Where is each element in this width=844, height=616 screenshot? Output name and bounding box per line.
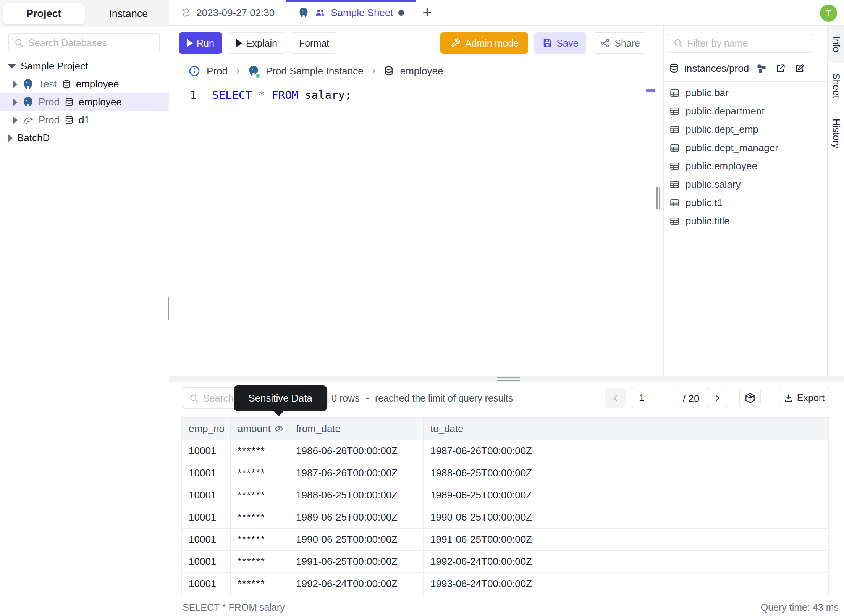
table-filter-input[interactable]	[687, 38, 808, 49]
cell[interactable]: 10001	[182, 506, 231, 529]
cell[interactable]: 10001	[182, 440, 231, 462]
cell[interactable]: 1990-06-25T00:00:00Z	[424, 506, 558, 529]
cell-masked[interactable]: ******	[231, 506, 289, 529]
caret-down-icon[interactable]	[8, 64, 16, 69]
format-button[interactable]: Format	[291, 32, 337, 54]
tree-node-project[interactable]: Sample Project	[0, 57, 169, 75]
explain-button[interactable]: Explain	[228, 32, 285, 54]
cell[interactable]: 1989-06-25T00:00:00Z	[424, 484, 558, 506]
sheet-tab-unsaved[interactable]: 2023-09-27 02:30	[169, 0, 286, 25]
tab-project[interactable]: Project	[3, 3, 85, 24]
column-header[interactable]: from_date	[289, 418, 424, 440]
cell[interactable]: 1988-06-25T00:00:00Z	[424, 462, 558, 484]
next-page-button[interactable]	[707, 388, 727, 408]
cell[interactable]: 10001	[182, 551, 231, 573]
caret-right-icon[interactable]	[13, 98, 18, 106]
results-resize-gutter[interactable]	[169, 376, 844, 382]
caret-right-icon[interactable]	[13, 116, 18, 124]
table-item[interactable]: public.bar	[664, 84, 828, 102]
tree-node-database-selected[interactable]: Prod employee	[0, 93, 169, 111]
results-resize-handle[interactable]	[497, 377, 520, 382]
edit-icon[interactable]	[794, 63, 805, 74]
cell-masked[interactable]: ******	[231, 573, 289, 595]
tab-history[interactable]: History	[828, 108, 844, 159]
tree-node-database[interactable]: Prod d1	[0, 111, 169, 129]
caret-right-icon[interactable]	[8, 134, 13, 142]
table-row[interactable]: 10001 ****** 1992-06-24T00:00:00Z 1993-0…	[182, 573, 829, 595]
table-item[interactable]: public.employee	[664, 157, 828, 175]
column-header[interactable]: to_date	[424, 418, 558, 440]
breadcrumb-database[interactable]: employee	[400, 65, 443, 77]
database-icon	[669, 63, 679, 74]
cell[interactable]: 1991-06-25T00:00:00Z	[424, 529, 558, 551]
table-row[interactable]: 10001 ****** 1990-06-25T00:00:00Z 1991-0…	[182, 529, 829, 551]
table-row[interactable]: 10001 ****** 1986-06-26T00:00:00Z 1987-0…	[182, 440, 829, 462]
info-icon[interactable]	[188, 65, 200, 77]
cell[interactable]: 1987-06-26T00:00:00Z	[289, 462, 424, 484]
visualize-button[interactable]	[739, 388, 761, 408]
cell-masked[interactable]: ******	[231, 551, 289, 573]
table-row[interactable]: 10001 ****** 1989-06-25T00:00:00Z 1990-0…	[182, 506, 829, 529]
avatar[interactable]: T	[820, 5, 837, 22]
export-button[interactable]: Export	[779, 388, 829, 408]
breadcrumb-environment[interactable]: Prod	[207, 65, 228, 77]
column-header-masked[interactable]: amount	[231, 418, 289, 440]
cell[interactable]: 1990-06-25T00:00:00Z	[289, 529, 424, 551]
tab-info[interactable]: Info	[828, 26, 844, 63]
table-item[interactable]: public.department	[664, 102, 828, 120]
table-item[interactable]: public.salary	[664, 175, 828, 194]
table-item[interactable]: public.title	[664, 212, 828, 230]
cell-masked[interactable]: ******	[231, 440, 289, 462]
project-label: Sample Project	[21, 60, 88, 72]
save-button[interactable]: Save	[534, 32, 586, 54]
table-row[interactable]: 10001 ****** 1991-06-25T00:00:00Z 1992-0…	[182, 551, 829, 573]
cell-masked[interactable]: ******	[231, 529, 289, 551]
breadcrumb-instance[interactable]: Prod Sample Instance	[266, 65, 364, 77]
cell-masked[interactable]: ******	[231, 484, 289, 506]
environment-label: Prod	[39, 96, 60, 108]
tab-sheet[interactable]: Sheet	[828, 63, 844, 108]
limit-note: reached the limit of query results	[375, 393, 513, 403]
cell[interactable]: 1992-06-24T00:00:00Z	[424, 551, 558, 573]
tab-instance[interactable]: Instance	[88, 0, 170, 27]
tree-node-project[interactable]: BatchD	[0, 129, 169, 147]
sql-editor-line[interactable]: 1 SELECT*FROMsalary;	[169, 89, 351, 102]
caret-right-icon[interactable]	[13, 80, 18, 89]
editor-scrollbar[interactable]	[645, 26, 656, 376]
column-header[interactable]: emp_no	[182, 418, 231, 440]
database-search-input[interactable]	[28, 37, 155, 48]
database-search[interactable]	[8, 33, 160, 52]
table-item[interactable]: public.t1	[664, 194, 828, 212]
share-button[interactable]: Share	[592, 32, 648, 54]
cell[interactable]: 1987-06-26T00:00:00Z	[424, 440, 558, 462]
tree-node-database[interactable]: Test employee	[0, 75, 169, 93]
cell[interactable]: 1992-06-24T00:00:00Z	[289, 573, 424, 595]
schema-panel-resize-handle[interactable]	[656, 187, 661, 209]
cell[interactable]: 10001	[182, 529, 231, 551]
prev-page-button[interactable]	[605, 388, 626, 408]
table-row[interactable]: 10001 ****** 1988-06-25T00:00:00Z 1989-0…	[182, 484, 829, 506]
results-summary: 0 rows-reached the limit of query result…	[331, 393, 513, 404]
sheet-tab-active[interactable]: Sample Sheet	[286, 0, 416, 25]
cell[interactable]: 1988-06-25T00:00:00Z	[289, 484, 424, 506]
table-row[interactable]: 10001 ****** 1987-06-26T00:00:00Z 1988-0…	[182, 462, 829, 484]
cell-masked[interactable]: ******	[231, 462, 289, 484]
cell[interactable]: 1991-06-25T00:00:00Z	[289, 551, 424, 573]
cell[interactable]: 10001	[182, 573, 231, 595]
schema-diagram-icon[interactable]	[756, 63, 767, 74]
run-button[interactable]: Run	[179, 32, 222, 54]
table-filter[interactable]	[668, 34, 813, 53]
add-sheet-button[interactable]: +	[416, 0, 439, 25]
cell[interactable]: 1993-06-24T00:00:00Z	[424, 573, 558, 595]
cell[interactable]: 1989-06-25T00:00:00Z	[289, 506, 424, 529]
cell[interactable]: 10001	[182, 462, 231, 484]
external-link-icon[interactable]	[775, 63, 786, 74]
cell[interactable]: 1986-06-26T00:00:00Z	[289, 440, 424, 462]
search-icon	[14, 37, 24, 48]
chevron-right-icon	[370, 67, 377, 75]
cell[interactable]: 10001	[182, 484, 231, 506]
page-number-input[interactable]	[631, 388, 679, 408]
table-item[interactable]: public.dept_emp	[664, 120, 828, 139]
table-item[interactable]: public.dept_manager	[664, 139, 828, 157]
admin-mode-button[interactable]: Admin mode	[440, 32, 528, 54]
